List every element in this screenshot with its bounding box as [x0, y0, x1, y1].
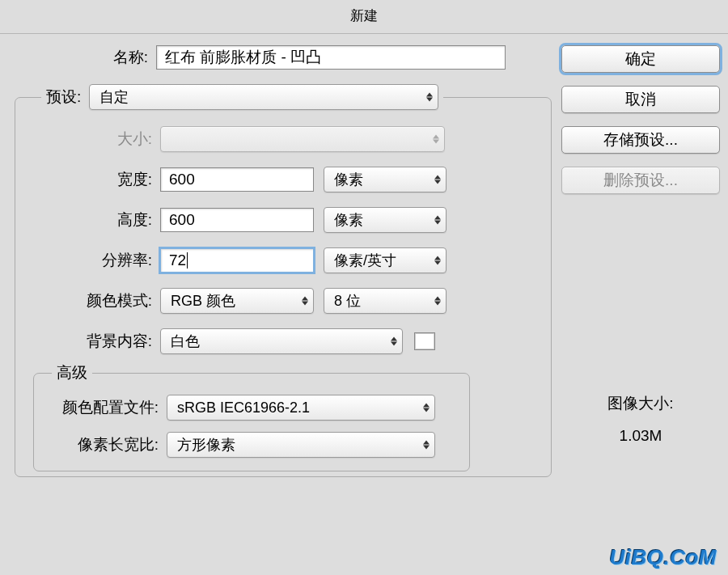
- preset-group: 预设: 自定 大小: 宽度: 600 像素: [15, 84, 552, 477]
- width-unit-dropdown[interactable]: 像素: [324, 167, 447, 192]
- color-mode-dropdown[interactable]: RGB 颜色: [160, 288, 314, 314]
- width-unit-value: 像素: [334, 170, 363, 189]
- bit-depth-value: 8 位: [334, 291, 361, 311]
- updown-icon: [434, 216, 441, 225]
- height-unit-dropdown[interactable]: 像素: [324, 207, 447, 233]
- resolution-value: 72: [169, 252, 186, 269]
- width-input[interactable]: 600: [160, 167, 314, 192]
- height-unit-value: 像素: [334, 210, 363, 230]
- background-dropdown[interactable]: 白色: [160, 328, 403, 354]
- dialog-title: 新建: [0, 0, 728, 34]
- save-preset-button[interactable]: 存储预设...: [561, 126, 720, 154]
- updown-icon: [434, 256, 441, 265]
- updown-icon: [423, 441, 430, 450]
- pixel-aspect-dropdown[interactable]: 方形像素: [167, 432, 435, 458]
- dialog-body: 名称: 红布 前膨胀材质 - 凹凸 预设: 自定 大小: 宽度: 60: [0, 34, 728, 485]
- background-color-swatch[interactable]: [414, 332, 435, 350]
- cancel-button[interactable]: 取消: [561, 86, 720, 113]
- image-size-value: 1.03M: [561, 427, 720, 445]
- height-input[interactable]: 600: [160, 208, 314, 232]
- updown-icon: [302, 297, 308, 306]
- advanced-group: 高级 颜色配置文件: sRGB IEC61966-2.1 像素长宽比: 方形像素: [33, 362, 470, 471]
- name-label: 名称:: [15, 47, 156, 68]
- preset-dropdown[interactable]: 自定: [89, 84, 438, 110]
- color-profile-value: sRGB IEC61966-2.1: [177, 400, 310, 416]
- pixel-aspect-value: 方形像素: [177, 435, 235, 455]
- color-mode-value: RGB 颜色: [171, 291, 235, 311]
- preset-value: 自定: [99, 87, 129, 107]
- watermark-text: UiBQ.CoM: [609, 545, 717, 570]
- advanced-legend: 高级: [52, 362, 92, 383]
- delete-preset-button: 删除预设...: [561, 167, 720, 194]
- resolution-label: 分辨率:: [19, 250, 160, 271]
- pixel-aspect-label: 像素长宽比:: [37, 434, 167, 455]
- updown-icon: [426, 93, 433, 102]
- width-label: 宽度:: [19, 169, 160, 190]
- preset-label: 预设:: [46, 87, 81, 108]
- name-input[interactable]: 红布 前膨胀材质 - 凹凸: [156, 45, 506, 70]
- bit-depth-dropdown[interactable]: 8 位: [324, 288, 447, 314]
- resolution-unit-dropdown[interactable]: 像素/英寸: [324, 247, 447, 273]
- background-label: 背景内容:: [19, 331, 160, 352]
- size-dropdown: [160, 126, 445, 152]
- background-value: 白色: [171, 332, 200, 351]
- color-profile-dropdown[interactable]: sRGB IEC61966-2.1: [167, 395, 435, 421]
- text-cursor: [187, 252, 188, 268]
- resolution-unit-value: 像素/英寸: [334, 251, 396, 270]
- image-size-label: 图像大小:: [561, 393, 720, 414]
- updown-icon: [423, 404, 430, 412]
- size-label: 大小:: [19, 129, 160, 150]
- updown-icon: [391, 337, 397, 346]
- updown-icon: [434, 297, 441, 306]
- updown-icon: [433, 135, 439, 144]
- color-mode-label: 颜色模式:: [19, 290, 160, 311]
- ok-button[interactable]: 确定: [561, 45, 720, 73]
- updown-icon: [434, 175, 441, 184]
- color-profile-label: 颜色配置文件:: [37, 397, 167, 418]
- resolution-input[interactable]: 72: [160, 248, 314, 273]
- height-label: 高度:: [19, 209, 160, 230]
